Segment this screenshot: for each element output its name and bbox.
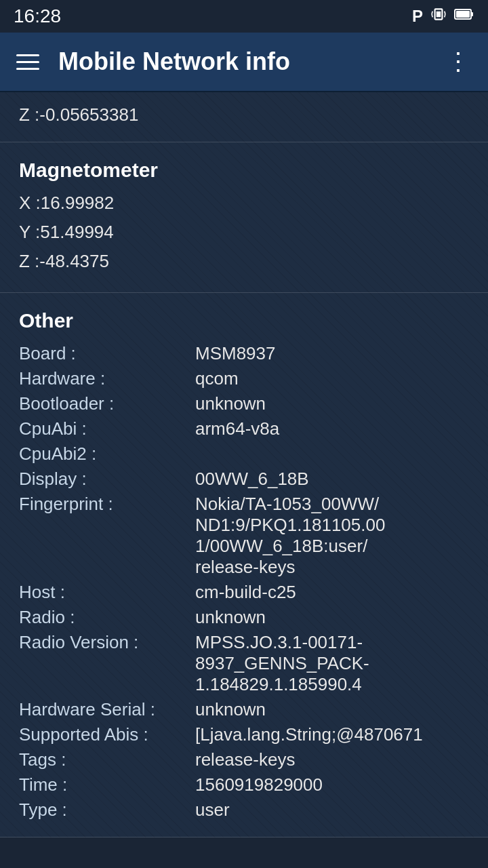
svg-rect-1 <box>436 12 441 18</box>
status-time: 16:28 <box>14 5 61 27</box>
magnetometer-header: Magnetometer <box>19 159 469 182</box>
cpuabi-row: CpuAbi : arm64-v8a <box>19 418 469 439</box>
p-icon: P <box>412 7 423 26</box>
battery-icon <box>454 7 474 25</box>
hardware-label: Hardware : <box>19 368 195 389</box>
svg-rect-4 <box>456 11 470 18</box>
magnetometer-y-value: Y :51.49994 <box>19 222 114 243</box>
z-single-value: Z :-0.05653381 <box>19 104 469 125</box>
type-row: Type : user <box>19 800 469 821</box>
vibrate-icon <box>430 5 447 27</box>
z-value-section: Z :-0.05653381 <box>0 92 488 142</box>
fingerprint-value: Nokia/TA-1053_00WW/ND1:9/PKQ1.181105.001… <box>195 494 469 578</box>
magnetometer-section: Magnetometer X :16.99982 Y :51.49994 Z :… <box>0 142 488 293</box>
magnetometer-x-value: X :16.99982 <box>19 193 114 214</box>
hardware-serial-label: Hardware Serial : <box>19 699 195 720</box>
radio-version-label: Radio Version : <box>19 632 195 653</box>
type-value: user <box>195 800 469 821</box>
hardware-value: qcom <box>195 368 469 389</box>
svg-rect-3 <box>471 12 473 16</box>
hardware-serial-value: unknown <box>195 699 469 720</box>
bootloader-value: unknown <box>195 393 469 414</box>
supported-abis-label: Supported Abis : <box>19 724 195 745</box>
bootloader-label: Bootloader : <box>19 393 195 414</box>
more-options-button[interactable]: ⋮ <box>446 50 472 74</box>
board-label: Board : <box>19 343 195 364</box>
time-row: Time : 1560919829000 <box>19 774 469 795</box>
radio-version-value: MPSS.JO.3.1-00171-8937_GENNS_PACK-1.1848… <box>195 632 469 695</box>
display-row: Display : 00WW_6_18B <box>19 469 469 490</box>
cpuabi-label: CpuAbi : <box>19 418 195 439</box>
app-bar: Mobile Network info ⋮ <box>0 33 488 92</box>
hamburger-menu-button[interactable] <box>16 54 39 70</box>
time-value: 1560919829000 <box>195 774 469 795</box>
cpuabi2-row: CpuAbi2 : <box>19 443 469 465</box>
fingerprint-row: Fingerprint : Nokia/TA-1053_00WW/ND1:9/P… <box>19 494 469 578</box>
display-value: 00WW_6_18B <box>195 469 469 490</box>
hardware-row: Hardware : qcom <box>19 368 469 389</box>
host-row: Host : cm-build-c25 <box>19 582 469 603</box>
other-section: Other Board : MSM8937 Hardware : qcom Bo… <box>0 293 488 837</box>
board-value: MSM8937 <box>195 343 469 364</box>
magnetometer-z-row: Z :-48.4375 <box>19 251 469 276</box>
fingerprint-label: Fingerprint : <box>19 494 195 515</box>
type-label: Type : <box>19 800 195 821</box>
radio-label: Radio : <box>19 607 195 628</box>
tags-value: release-keys <box>195 749 469 770</box>
magnetometer-z-value: Z :-48.4375 <box>19 251 109 272</box>
bootloader-row: Bootloader : unknown <box>19 393 469 414</box>
app-title: Mobile Network info <box>58 47 290 76</box>
host-label: Host : <box>19 582 195 603</box>
magnetometer-x-row: X :16.99982 <box>19 193 469 218</box>
supported-abis-row: Supported Abis : [Ljava.lang.String;@487… <box>19 724 469 745</box>
time-label: Time : <box>19 774 195 795</box>
status-icons: P <box>412 5 474 27</box>
supported-abis-value: [Ljava.lang.String;@4870671 <box>195 724 469 745</box>
tags-row: Tags : release-keys <box>19 749 469 770</box>
radio-value: unknown <box>195 607 469 628</box>
host-value: cm-build-c25 <box>195 582 469 603</box>
other-header: Other <box>19 309 469 332</box>
board-row: Board : MSM8937 <box>19 343 469 364</box>
cpuabi2-label: CpuAbi2 : <box>19 443 195 465</box>
cpuabi-value: arm64-v8a <box>195 418 469 439</box>
tags-label: Tags : <box>19 749 195 770</box>
radio-version-row: Radio Version : MPSS.JO.3.1-00171-8937_G… <box>19 632 469 695</box>
radio-row: Radio : unknown <box>19 607 469 628</box>
magnetometer-y-row: Y :51.49994 <box>19 222 469 247</box>
app-bar-left: Mobile Network info <box>16 47 290 76</box>
content-area: Z :-0.05653381 Magnetometer X :16.99982 … <box>0 92 488 837</box>
hardware-serial-row: Hardware Serial : unknown <box>19 699 469 720</box>
display-label: Display : <box>19 469 195 490</box>
status-bar: 16:28 P <box>0 0 488 33</box>
